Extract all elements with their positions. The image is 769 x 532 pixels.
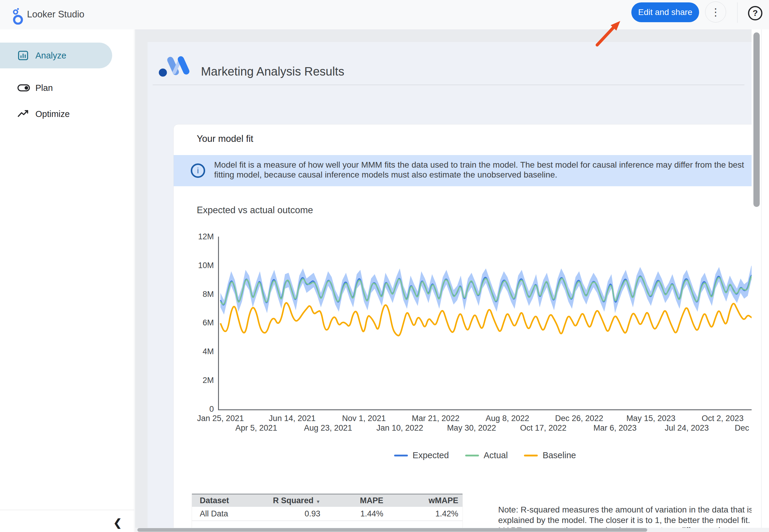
legend-swatch [394, 455, 408, 456]
vertical-dots-icon: ⋮ [711, 7, 721, 17]
analytics-icon [17, 49, 30, 61]
cell-mape: 1.44% [325, 509, 387, 519]
chart-section-title: Expected vs actual outcome [197, 205, 313, 216]
x-tick-label: Aug 8, 2022 [486, 414, 529, 423]
legend-label: Actual [484, 450, 508, 460]
app-name: Looker Studio [27, 9, 84, 20]
sidebar-item-label: Optimize [35, 109, 70, 119]
sidebar-item-label: Analyze [35, 51, 66, 61]
x-tick-label: Oct 17, 2022 [520, 423, 567, 433]
y-tick-label: 6M [190, 318, 214, 327]
y-tick-label: 8M [190, 290, 214, 299]
header-divider [737, 2, 738, 23]
y-tick-label: 4M [190, 347, 214, 356]
content-region: Marketing Analysis Results Your model fi… [135, 29, 752, 532]
x-tick-label: May 15, 2023 [626, 414, 675, 423]
x-tick-label: Dec 11, 2023 [735, 423, 752, 433]
sort-desc-icon: ▼ [316, 499, 320, 504]
y-tick-label: 12M [190, 232, 214, 241]
x-tick-label: Dec 26, 2022 [555, 414, 603, 423]
info-banner: i Model fit is a measure of how well you… [174, 155, 752, 186]
expected-vs-actual-chart: 12M10M8M6M4M2M0 Jan 25, 2021Jun 14, 2021… [190, 233, 752, 437]
x-tick-label: Mar 21, 2022 [412, 414, 459, 423]
x-tick-label: Mar 6, 2023 [594, 423, 637, 433]
app-header: Looker Studio Edit and share ⋮ ? [0, 0, 769, 29]
vertical-scrollbar-thumb[interactable] [753, 32, 760, 207]
table-row: All Data 0.93 1.44% 1.42% [192, 507, 462, 521]
cell-r-squared: 0.93 [268, 509, 325, 519]
legend-item-actual: Actual [465, 450, 508, 460]
x-tick-label: Oct 2, 2023 [702, 414, 744, 423]
horizontal-scrollbar [135, 528, 769, 532]
confidence-band [220, 265, 752, 315]
x-tick-label: Jan 10, 2022 [376, 423, 423, 433]
x-tick-label: Apr 5, 2021 [235, 423, 277, 433]
x-tick-label: Nov 1, 2021 [342, 414, 386, 423]
model-fit-table: Dataset R Squared▼ MAPE wMAPE All [192, 494, 463, 532]
column-header-dataset[interactable]: Dataset [192, 496, 268, 505]
chart-legend: ExpectedActualBaseline [218, 450, 752, 460]
report-header-divider [153, 85, 744, 85]
legend-swatch [465, 455, 479, 456]
cell-wmape: 1.42% [387, 509, 462, 519]
column-header-r-squared[interactable]: R Squared▼ [268, 496, 325, 505]
y-tick-label: 2M [190, 376, 214, 385]
report-title: Marketing Analysis Results [201, 65, 344, 78]
legend-label: Expected [413, 450, 449, 460]
edit-and-share-button[interactable]: Edit and share [631, 2, 699, 22]
y-tick-label: 0 [190, 405, 214, 414]
info-banner-text: Model fit is a measure of how well your … [214, 160, 752, 180]
legend-item-expected: Expected [394, 450, 449, 460]
help-button[interactable]: ? [748, 6, 762, 20]
legend-label: Baseline [543, 450, 576, 460]
table-header-row: Dataset R Squared▼ MAPE wMAPE [192, 494, 462, 507]
sidebar-item-plan[interactable]: Plan [0, 75, 112, 101]
sidebar-divider [0, 510, 134, 510]
x-tick-label: Jan 25, 2021 [197, 414, 244, 423]
y-tick-label: 10M [190, 261, 214, 270]
horizontal-scrollbar-thumb[interactable] [137, 528, 647, 532]
column-header-wmape[interactable]: wMAPE [387, 496, 462, 505]
card-title: Your model fit [197, 133, 253, 144]
sidebar-item-label: Plan [35, 83, 53, 93]
left-nav-sidebar: Analyze Plan Optimize ❮ [0, 29, 134, 532]
trending-up-icon [17, 108, 30, 120]
series-line-baseline [220, 303, 752, 336]
gutter-divider [761, 29, 762, 532]
marketing-platform-logo-icon [159, 55, 192, 78]
column-header-mape[interactable]: MAPE [325, 496, 387, 505]
chart-plot [218, 237, 752, 410]
more-options-button[interactable]: ⋮ [705, 1, 726, 22]
x-tick-label: Jul 24, 2023 [665, 423, 709, 433]
looker-studio-logo-icon [8, 5, 25, 26]
x-tick-label: May 30, 2022 [447, 423, 496, 433]
x-tick-label: Aug 23, 2021 [304, 423, 352, 433]
collapse-sidebar-button[interactable]: ❮ [109, 515, 127, 530]
legend-swatch [524, 455, 538, 456]
model-fit-card: Your model fit i Model fit is a measure … [173, 124, 752, 532]
question-mark-icon: ? [753, 8, 758, 18]
cell-dataset: All Data [192, 509, 268, 519]
report-canvas: Marketing Analysis Results Your model fi… [148, 42, 752, 532]
vertical-scrollbar [752, 29, 769, 532]
x-tick-label: Jun 14, 2021 [269, 414, 316, 423]
toggle-icon [17, 82, 30, 94]
sidebar-item-optimize[interactable]: Optimize [0, 101, 112, 127]
legend-item-baseline: Baseline [524, 450, 576, 460]
info-icon: i [191, 163, 205, 178]
sidebar-item-analyze[interactable]: Analyze [0, 43, 112, 68]
looker-studio-app: Looker Studio Edit and share ⋮ ? Analyze [0, 0, 769, 532]
